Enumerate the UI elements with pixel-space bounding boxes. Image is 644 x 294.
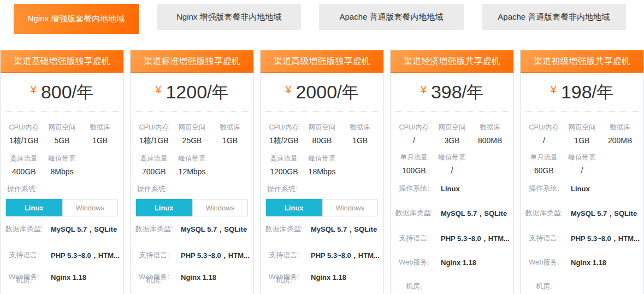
- spec-item-empty: [601, 153, 639, 175]
- os-label: 操作系统:: [7, 184, 123, 194]
- detail-row-os: 操作系统:Linux: [521, 183, 643, 195]
- spec-item: 峰值带宽/: [433, 153, 471, 175]
- price-currency: ¥: [31, 84, 37, 96]
- spec-item: 网页空间80GB: [303, 123, 341, 146]
- price-amount: 398: [431, 81, 462, 103]
- price-currency: ¥: [285, 84, 291, 96]
- spec-item: 数据库1GB: [81, 123, 119, 146]
- os-toggle-windows[interactable]: Windows: [192, 199, 249, 216]
- spec-item-empty: [211, 154, 249, 176]
- spec-item: 高速流量1200GB: [265, 154, 303, 176]
- os-toggle-linux[interactable]: Linux: [6, 199, 62, 216]
- spec-item-empty: [341, 154, 379, 176]
- price-amount: 2000: [296, 81, 337, 103]
- price-unit: /年: [72, 81, 94, 104]
- spec-grid: CPU/内存1核/2GB 网页空间80GB 数据库1GB 高速流量1200GB …: [261, 112, 383, 176]
- tab-nginx-enhanced-mainland[interactable]: Nginx 增强版套餐内地地域: [14, 4, 139, 34]
- spec-item: 峰值带宽/: [563, 153, 601, 175]
- spec-item: 数据库200MB: [601, 123, 639, 145]
- detail-row-languages: 支持语言:PHP 5.3~8.0，HTM...: [261, 250, 383, 261]
- spec-item: 单月流量60GB: [525, 153, 563, 175]
- os-label: 操作系统:: [137, 184, 253, 194]
- plan-price: ¥ 398 /年: [393, 73, 511, 112]
- os-toggle: Linux Windows: [266, 199, 378, 216]
- plan-tabs: Nginx 增强版套餐内地地域 Nginx 增强版套餐非内地地域 Apache …: [0, 0, 644, 34]
- os-toggle-linux[interactable]: Linux: [266, 199, 322, 216]
- price-amount: 800: [41, 81, 72, 103]
- spec-item: 单月流量100GB: [395, 153, 433, 175]
- price-unit: /年: [337, 81, 359, 104]
- plan-card-basic: 渠道基础增强版独享虚机 ¥ 800 /年 CPU/内存1核/1GB 网页空间5G…: [0, 50, 124, 294]
- plan-title: 渠道基础增强版独享虚机: [1, 50, 123, 73]
- plan-card-advanced: 渠道高级增强版独享虚机 ¥ 2000 /年 CPU/内存1核/2GB 网页空间8…: [260, 50, 384, 294]
- price-currency: ¥: [155, 84, 161, 96]
- spec-item: CPU/内存1核/1GB: [135, 123, 173, 146]
- detail-row-database-type: 数据库类型:MySQL 5.7，SQLite: [521, 208, 643, 219]
- os-toggle-windows[interactable]: Windows: [322, 199, 379, 216]
- detail-row-web-server: Web服务:Nginx 1.18: [521, 257, 643, 268]
- plan-title: 渠道经济增强版共享虚机: [391, 50, 513, 73]
- detail-row-os: 操作系统:Linux: [391, 183, 513, 195]
- spec-item: 峰值带宽8Mbps: [43, 154, 81, 176]
- price-unit: /年: [207, 81, 229, 104]
- spec-item: 数据库800MB: [471, 123, 509, 145]
- plan-price: ¥ 1200 /年: [133, 73, 251, 112]
- detail-row-web-server: Web服务:Nginx 1.18: [391, 257, 513, 268]
- spec-item-empty: [81, 154, 119, 176]
- os-toggle-linux[interactable]: Linux: [136, 199, 192, 216]
- spec-grid: CPU/内存/ 网页空间3GB 数据库800MB 单月流量100GB 峰值带宽/: [391, 112, 513, 175]
- os-toggle: Linux Windows: [136, 199, 248, 216]
- plan-price: ¥ 198 /年: [523, 73, 641, 112]
- detail-row-datacenter: 机房:: [521, 281, 643, 292]
- plan-title: 渠道标准增强版独享虚机: [131, 50, 253, 73]
- price-unit: /年: [462, 81, 484, 104]
- plan-title: 渠道初级增强版共享虚机: [521, 50, 643, 73]
- plan-card-entry: 渠道初级增强版共享虚机 ¥ 198 /年 CPU/内存/ 网页空间1GB 数据库…: [520, 50, 644, 294]
- spec-item: CPU/内存1核/1GB: [5, 123, 43, 146]
- spec-item: 网页空间5GB: [43, 123, 81, 146]
- plan-title: 渠道高级增强版独享虚机: [261, 50, 383, 73]
- tab-apache-basic-mainland[interactable]: Apache 普通版套餐内地地域: [319, 4, 463, 30]
- price-amount: 1200: [166, 81, 207, 103]
- spec-item: 网页空间1GB: [563, 123, 601, 145]
- spec-item: 网页空间3GB: [433, 123, 471, 145]
- detail-row-languages: 支持语言:PHP 5.3~8.0，HTM...: [131, 250, 253, 261]
- plan-cards-row: 渠道基础增强版独享虚机 ¥ 800 /年 CPU/内存1核/1GB 网页空间5G…: [0, 50, 644, 294]
- spec-item: 高速流量700GB: [135, 154, 173, 176]
- plan-price: ¥ 800 /年: [3, 73, 121, 112]
- spec-item: 高速流量400GB: [5, 154, 43, 176]
- detail-row-database-type: 数据库类型:MySQL 5.7，SQLite: [131, 224, 253, 235]
- price-amount: 198: [561, 81, 592, 103]
- plan-price: ¥ 2000 /年: [263, 73, 381, 112]
- spec-grid: CPU/内存1核/1GB 网页空间5GB 数据库1GB 高速流量400GB 峰值…: [1, 112, 123, 176]
- tab-nginx-enhanced-non-mainland[interactable]: Nginx 增强版套餐非内地地域: [157, 4, 301, 30]
- spec-item: CPU/内存/: [395, 123, 433, 145]
- price-unit: /年: [592, 81, 614, 104]
- spec-item: 峰值带宽18Mbps: [303, 154, 341, 176]
- detail-row-languages: 支持语言:PHP 5.3~8.0，HTM...: [1, 250, 123, 261]
- os-toggle-windows[interactable]: Windows: [62, 199, 119, 216]
- spec-item: CPU/内存/: [525, 123, 563, 145]
- price-currency: ¥: [421, 84, 427, 96]
- os-toggle: Linux Windows: [6, 199, 118, 216]
- price-currency: ¥: [551, 84, 557, 96]
- spec-item: 数据库1GB: [341, 123, 379, 146]
- detail-row-languages: 支持语言:PHP 5.3~8.0，HTM...: [391, 233, 513, 244]
- tab-apache-basic-non-mainland[interactable]: Apache 普通版套餐非内地地域: [482, 4, 626, 30]
- detail-row-languages: 支持语言:PHP 5.3~8.0，HTM...: [521, 233, 643, 244]
- spec-item: 数据库1GB: [211, 123, 249, 146]
- plan-card-economy: 渠道经济增强版共享虚机 ¥ 398 /年 CPU/内存/ 网页空间3GB 数据库…: [390, 50, 514, 294]
- spec-item: 网页空间25GB: [173, 123, 211, 146]
- detail-row-database-type: 数据库类型:MySQL 5.7，SQLite: [1, 224, 123, 235]
- spec-grid: CPU/内存/ 网页空间1GB 数据库200MB 单月流量60GB 峰值带宽/: [521, 112, 643, 175]
- detail-row-database-type: 数据库类型:MySQL 5.7，SQLite: [391, 208, 513, 219]
- spec-item: CPU/内存1核/2GB: [265, 123, 303, 146]
- spec-grid: CPU/内存1核/1GB 网页空间25GB 数据库1GB 高速流量700GB 峰…: [131, 112, 253, 176]
- os-label: 操作系统:: [267, 184, 383, 194]
- detail-row-database-type: 数据库类型:MySQL 5.7，SQLite: [261, 224, 383, 235]
- spec-item: 峰值带宽12Mbps: [173, 154, 211, 176]
- plan-card-standard: 渠道标准增强版独享虚机 ¥ 1200 /年 CPU/内存1核/1GB 网页空间2…: [130, 50, 254, 294]
- detail-row-datacenter: 机房:: [391, 281, 513, 292]
- spec-item-empty: [471, 153, 509, 175]
